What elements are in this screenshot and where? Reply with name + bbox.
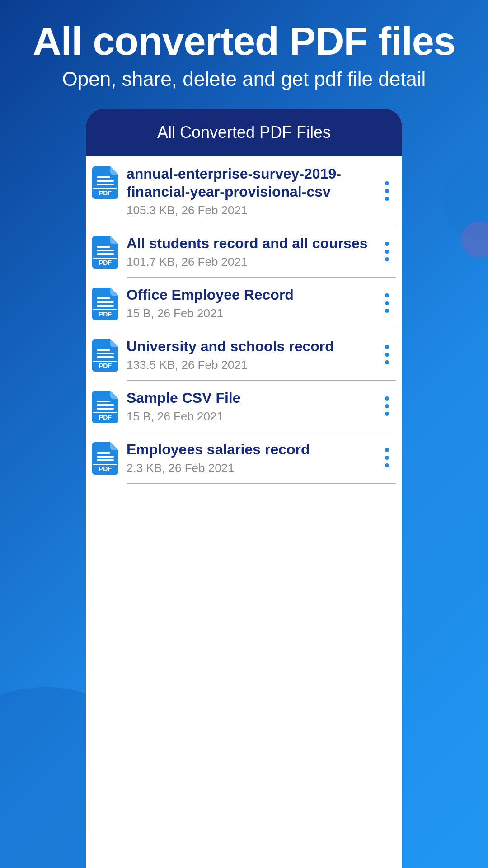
list-item[interactable]: PDF University and schools record 133.5 …	[86, 329, 402, 381]
svg-rect-34	[93, 412, 117, 413]
item-body: Sample CSV File 15 B, 26 Feb 2021	[127, 389, 396, 432]
more-options-icon[interactable]	[378, 444, 396, 472]
svg-rect-14	[97, 297, 110, 299]
list-item[interactable]: PDF annual-enterprise-survey-2019-financ…	[86, 156, 402, 226]
list-item[interactable]: PDF Sample CSV File 15 B, 26 Feb 2021	[86, 381, 402, 432]
svg-rect-9	[97, 253, 114, 255]
more-options-icon[interactable]	[378, 290, 396, 317]
svg-rect-35	[97, 452, 110, 454]
svg-text:PDF: PDF	[99, 362, 112, 369]
file-title: Sample CSV File	[127, 389, 373, 407]
file-meta: 15 B, 26 Feb 2021	[127, 307, 373, 321]
list-item[interactable]: PDF All students record and all courses …	[86, 226, 402, 278]
file-meta: 105.3 KB, 26 Feb 2021	[127, 203, 373, 217]
file-list: PDF annual-enterprise-survey-2019-financ…	[86, 156, 402, 484]
item-text: Office Employee Record 15 B, 26 Feb 2021	[127, 286, 373, 321]
svg-rect-7	[97, 246, 110, 248]
file-title: annual-enterprise-survey-2019-financial-…	[127, 165, 373, 201]
pdf-file-icon: PDF	[92, 442, 118, 475]
more-options-icon[interactable]	[378, 341, 396, 368]
svg-rect-2	[97, 184, 114, 185]
svg-text:PDF: PDF	[99, 414, 112, 421]
item-text: Employees salaries record 2.3 KB, 26 Feb…	[127, 440, 373, 475]
item-text: annual-enterprise-survey-2019-financial-…	[127, 165, 373, 217]
item-body: University and schools record 133.5 KB, …	[127, 337, 396, 381]
svg-rect-23	[97, 356, 114, 358]
item-text: Sample CSV File 15 B, 26 Feb 2021	[127, 389, 373, 424]
svg-text:PDF: PDF	[99, 189, 112, 197]
svg-rect-27	[93, 361, 117, 362]
svg-rect-0	[97, 176, 110, 178]
pdf-file-icon: PDF	[92, 236, 118, 269]
more-options-icon[interactable]	[378, 393, 396, 420]
svg-rect-20	[93, 309, 117, 310]
svg-rect-15	[97, 301, 114, 303]
more-options-icon[interactable]	[378, 178, 396, 205]
pdf-file-icon: PDF	[92, 391, 118, 423]
file-title: University and schools record	[127, 337, 373, 355]
files-card: All Converted PDF Files PDF annual-enter…	[86, 108, 402, 868]
svg-rect-41	[93, 464, 117, 465]
file-title: Office Employee Record	[127, 286, 373, 304]
file-meta: 2.3 KB, 26 Feb 2021	[127, 461, 373, 475]
svg-rect-21	[97, 349, 110, 351]
pdf-file-icon: PDF	[92, 166, 118, 199]
file-meta: 101.7 KB, 26 Feb 2021	[127, 255, 373, 269]
svg-text:PDF: PDF	[99, 465, 112, 472]
svg-rect-28	[97, 401, 110, 402]
file-title: All students record and all courses	[127, 234, 373, 252]
svg-rect-16	[97, 305, 114, 307]
svg-rect-36	[97, 456, 114, 458]
item-text: All students record and all courses 101.…	[127, 234, 373, 269]
file-meta: 133.5 KB, 26 Feb 2021	[127, 358, 373, 372]
list-item[interactable]: PDF Office Employee Record 15 B, 26 Feb …	[86, 278, 402, 329]
pdf-file-icon: PDF	[92, 339, 118, 372]
file-title: Employees salaries record	[127, 440, 373, 458]
item-body: Employees salaries record 2.3 KB, 26 Feb…	[127, 440, 396, 484]
item-body: Office Employee Record 15 B, 26 Feb 2021	[127, 286, 396, 329]
more-options-icon[interactable]	[378, 238, 396, 265]
item-body: annual-enterprise-survey-2019-financial-…	[127, 165, 396, 226]
svg-rect-29	[97, 404, 114, 406]
file-meta: 15 B, 26 Feb 2021	[127, 410, 373, 424]
svg-text:PDF: PDF	[99, 311, 112, 318]
page-title: All converted PDF files	[0, 18, 488, 64]
svg-rect-30	[97, 408, 114, 410]
svg-rect-22	[97, 353, 114, 354]
page-subtitle: Open, share, delete and get pdf file det…	[0, 68, 488, 90]
svg-rect-13	[93, 258, 117, 259]
card-header: All Converted PDF Files	[86, 108, 402, 156]
svg-rect-8	[97, 250, 114, 251]
item-body: All students record and all courses 101.…	[127, 234, 396, 278]
svg-rect-6	[93, 188, 117, 189]
list-item[interactable]: PDF Employees salaries record 2.3 KB, 26…	[86, 432, 402, 484]
svg-rect-1	[97, 180, 114, 182]
svg-rect-37	[97, 459, 114, 461]
pdf-file-icon: PDF	[92, 288, 118, 320]
svg-text:PDF: PDF	[99, 259, 112, 266]
item-text: University and schools record 133.5 KB, …	[127, 337, 373, 372]
